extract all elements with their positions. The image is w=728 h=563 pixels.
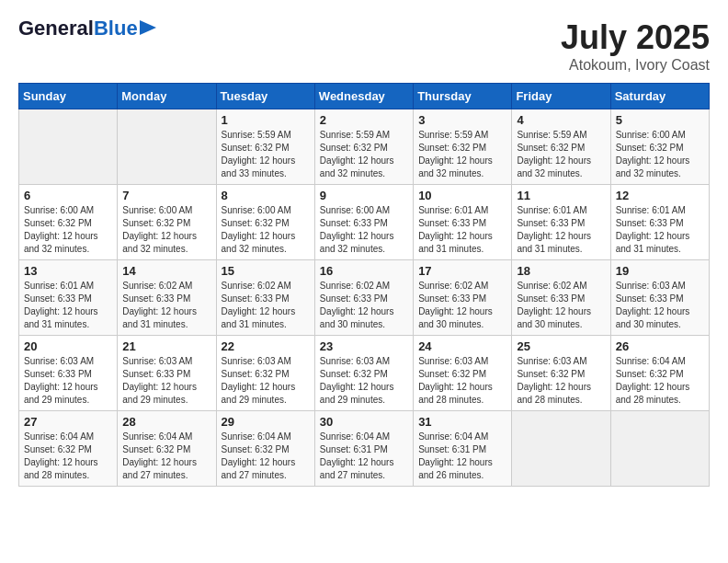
day-info: Sunrise: 6:00 AM Sunset: 6:33 PM Dayligh…	[320, 204, 408, 256]
day-info: Sunrise: 6:01 AM Sunset: 6:33 PM Dayligh…	[24, 280, 112, 331]
day-info: Sunrise: 6:02 AM Sunset: 6:33 PM Dayligh…	[320, 280, 408, 331]
calendar-cell: 10Sunrise: 6:01 AM Sunset: 6:33 PM Dayli…	[414, 185, 512, 260]
day-number: 18	[517, 264, 605, 278]
day-number: 8	[222, 189, 310, 202]
calendar-cell: 7Sunrise: 6:00 AM Sunset: 6:32 PM Daylig…	[118, 185, 216, 260]
day-info: Sunrise: 6:03 AM Sunset: 6:33 PM Dayligh…	[122, 355, 210, 407]
day-number: 24	[418, 339, 506, 353]
day-number: 5	[616, 113, 704, 127]
calendar-cell: 2Sunrise: 5:59 AM Sunset: 6:32 PM Daylig…	[314, 109, 413, 185]
day-info: Sunrise: 6:04 AM Sunset: 6:32 PM Dayligh…	[24, 431, 112, 482]
calendar-cell: 15Sunrise: 6:02 AM Sunset: 6:33 PM Dayli…	[216, 260, 314, 336]
day-number: 14	[122, 264, 210, 278]
day-info: Sunrise: 6:04 AM Sunset: 6:31 PM Dayligh…	[418, 431, 506, 482]
calendar-cell: 23Sunrise: 6:03 AM Sunset: 6:32 PM Dayli…	[314, 336, 413, 411]
calendar-week-row: 1Sunrise: 5:59 AM Sunset: 6:32 PM Daylig…	[19, 109, 710, 185]
calendar-cell: 4Sunrise: 5:59 AM Sunset: 6:32 PM Daylig…	[512, 109, 610, 185]
day-info: Sunrise: 6:01 AM Sunset: 6:33 PM Dayligh…	[418, 204, 506, 256]
day-info: Sunrise: 6:03 AM Sunset: 6:32 PM Dayligh…	[517, 355, 605, 407]
day-info: Sunrise: 6:02 AM Sunset: 6:33 PM Dayligh…	[122, 280, 210, 331]
day-number: 11	[517, 189, 605, 202]
day-number: 9	[320, 189, 408, 202]
calendar-cell: 25Sunrise: 6:03 AM Sunset: 6:32 PM Dayli…	[512, 336, 610, 411]
day-number: 21	[122, 339, 210, 353]
page-header: GeneralBlue July 2025 Atokoum, Ivory Coa…	[18, 18, 710, 74]
calendar-cell: 27Sunrise: 6:04 AM Sunset: 6:32 PM Dayli…	[19, 411, 118, 487]
day-info: Sunrise: 6:03 AM Sunset: 6:32 PM Dayligh…	[222, 355, 310, 407]
calendar-cell: 11Sunrise: 6:01 AM Sunset: 6:33 PM Dayli…	[512, 185, 610, 260]
day-info: Sunrise: 6:02 AM Sunset: 6:33 PM Dayligh…	[418, 280, 506, 331]
day-info: Sunrise: 6:00 AM Sunset: 6:32 PM Dayligh…	[616, 129, 704, 180]
calendar-cell: 17Sunrise: 6:02 AM Sunset: 6:33 PM Dayli…	[414, 260, 512, 336]
calendar-cell: 16Sunrise: 6:02 AM Sunset: 6:33 PM Dayli…	[314, 260, 413, 336]
calendar-cell: 20Sunrise: 6:03 AM Sunset: 6:33 PM Dayli…	[19, 336, 118, 411]
day-info: Sunrise: 5:59 AM Sunset: 6:32 PM Dayligh…	[320, 129, 408, 180]
calendar-cell: 12Sunrise: 6:01 AM Sunset: 6:33 PM Dayli…	[610, 185, 709, 260]
weekday-header-thursday: Thursday	[414, 84, 512, 109]
calendar-cell: 13Sunrise: 6:01 AM Sunset: 6:33 PM Dayli…	[19, 260, 118, 336]
weekday-header-friday: Friday	[512, 84, 610, 109]
logo: GeneralBlue	[18, 18, 156, 39]
calendar-cell: 8Sunrise: 6:00 AM Sunset: 6:32 PM Daylig…	[216, 185, 314, 260]
weekday-header-sunday: Sunday	[19, 84, 118, 109]
day-info: Sunrise: 6:01 AM Sunset: 6:33 PM Dayligh…	[616, 204, 704, 256]
day-info: Sunrise: 6:02 AM Sunset: 6:33 PM Dayligh…	[222, 280, 310, 331]
calendar-cell: 1Sunrise: 5:59 AM Sunset: 6:32 PM Daylig…	[216, 109, 314, 185]
day-number: 12	[616, 189, 704, 202]
day-number: 10	[418, 189, 506, 202]
calendar-week-row: 6Sunrise: 6:00 AM Sunset: 6:32 PM Daylig…	[19, 185, 710, 260]
day-number: 4	[517, 113, 605, 127]
calendar-cell: 3Sunrise: 5:59 AM Sunset: 6:32 PM Daylig…	[414, 109, 512, 185]
day-info: Sunrise: 6:01 AM Sunset: 6:33 PM Dayligh…	[517, 204, 605, 256]
day-info: Sunrise: 6:00 AM Sunset: 6:32 PM Dayligh…	[222, 204, 310, 256]
calendar-cell: 9Sunrise: 6:00 AM Sunset: 6:33 PM Daylig…	[314, 185, 413, 260]
day-number: 6	[24, 189, 112, 202]
day-number: 7	[122, 189, 210, 202]
day-number: 31	[418, 415, 506, 429]
calendar-cell: 18Sunrise: 6:02 AM Sunset: 6:33 PM Dayli…	[512, 260, 610, 336]
calendar-cell: 28Sunrise: 6:04 AM Sunset: 6:32 PM Dayli…	[118, 411, 216, 487]
day-number: 1	[222, 113, 310, 127]
day-info: Sunrise: 6:00 AM Sunset: 6:32 PM Dayligh…	[122, 204, 210, 256]
calendar-cell: 30Sunrise: 6:04 AM Sunset: 6:31 PM Dayli…	[314, 411, 413, 487]
day-number: 20	[24, 339, 112, 353]
day-info: Sunrise: 6:03 AM Sunset: 6:32 PM Dayligh…	[320, 355, 408, 407]
calendar-cell: 21Sunrise: 6:03 AM Sunset: 6:33 PM Dayli…	[118, 336, 216, 411]
day-number: 16	[320, 264, 408, 278]
day-number: 19	[616, 264, 704, 278]
calendar-cell: 22Sunrise: 6:03 AM Sunset: 6:32 PM Dayli…	[216, 336, 314, 411]
weekday-header-tuesday: Tuesday	[216, 84, 314, 109]
day-number: 29	[222, 415, 310, 429]
calendar-cell: 6Sunrise: 6:00 AM Sunset: 6:32 PM Daylig…	[19, 185, 118, 260]
day-info: Sunrise: 6:03 AM Sunset: 6:32 PM Dayligh…	[418, 355, 506, 407]
day-number: 26	[616, 339, 704, 353]
day-info: Sunrise: 5:59 AM Sunset: 6:32 PM Dayligh…	[222, 129, 310, 180]
logo-arrow-icon	[140, 20, 156, 35]
calendar-week-row: 13Sunrise: 6:01 AM Sunset: 6:33 PM Dayli…	[19, 260, 710, 336]
calendar-cell	[610, 411, 709, 487]
title-block: July 2025 Atokoum, Ivory Coast	[561, 18, 710, 74]
day-number: 25	[517, 339, 605, 353]
calendar-cell: 5Sunrise: 6:00 AM Sunset: 6:32 PM Daylig…	[610, 109, 709, 185]
day-info: Sunrise: 5:59 AM Sunset: 6:32 PM Dayligh…	[517, 129, 605, 180]
weekday-header-saturday: Saturday	[610, 84, 709, 109]
weekday-header-monday: Monday	[118, 84, 216, 109]
calendar-title: July 2025	[561, 18, 710, 57]
weekday-header-wednesday: Wednesday	[314, 84, 413, 109]
calendar-week-row: 20Sunrise: 6:03 AM Sunset: 6:33 PM Dayli…	[19, 336, 710, 411]
weekday-header-row: SundayMondayTuesdayWednesdayThursdayFrid…	[19, 84, 710, 109]
day-info: Sunrise: 6:04 AM Sunset: 6:32 PM Dayligh…	[616, 355, 704, 407]
calendar-subtitle: Atokoum, Ivory Coast	[561, 57, 710, 74]
day-info: Sunrise: 6:02 AM Sunset: 6:33 PM Dayligh…	[517, 280, 605, 331]
day-info: Sunrise: 6:00 AM Sunset: 6:32 PM Dayligh…	[24, 204, 112, 256]
svg-marker-0	[140, 20, 156, 35]
calendar-cell: 26Sunrise: 6:04 AM Sunset: 6:32 PM Dayli…	[610, 336, 709, 411]
calendar-cell: 24Sunrise: 6:03 AM Sunset: 6:32 PM Dayli…	[414, 336, 512, 411]
day-number: 3	[418, 113, 506, 127]
calendar-cell	[512, 411, 610, 487]
day-number: 13	[24, 264, 112, 278]
calendar-week-row: 27Sunrise: 6:04 AM Sunset: 6:32 PM Dayli…	[19, 411, 710, 487]
day-info: Sunrise: 5:59 AM Sunset: 6:32 PM Dayligh…	[418, 129, 506, 180]
day-info: Sunrise: 6:03 AM Sunset: 6:33 PM Dayligh…	[616, 280, 704, 331]
calendar-cell: 14Sunrise: 6:02 AM Sunset: 6:33 PM Dayli…	[118, 260, 216, 336]
